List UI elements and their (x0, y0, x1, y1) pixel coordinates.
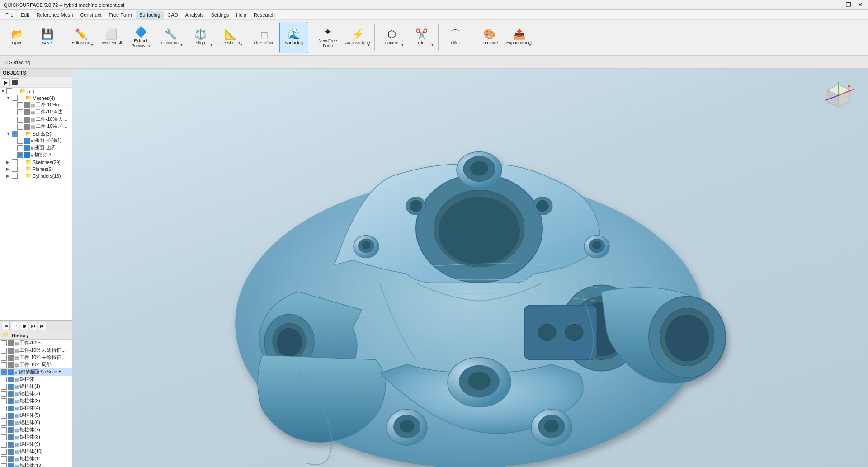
menu-item-cad[interactable]: CAD (164, 11, 181, 19)
tree-checkbox[interactable] (12, 166, 18, 172)
history-checkbox[interactable] (1, 434, 7, 440)
tree-item[interactable]: ▼✓📂Solids(3) (0, 130, 72, 137)
toolbar-btn-export-model[interactable]: 📤Export Model▼ (505, 22, 533, 53)
minimize-button[interactable]: — (832, 1, 841, 8)
tree-checkbox[interactable] (17, 117, 23, 123)
history-checkbox[interactable] (1, 340, 7, 346)
tree-checkbox[interactable] (17, 124, 23, 130)
history-item[interactable]: ▦工件-10% 局部 (0, 361, 72, 368)
history-item[interactable]: ▦矩柱体(5) (0, 412, 72, 419)
history-checkbox[interactable]: ✓ (1, 369, 7, 375)
history-item[interactable]: ✓■智能铺面(3) (Solid B... (0, 368, 72, 376)
tree-item[interactable]: ▦工件-10% (T: 799 8... (0, 101, 72, 108)
history-checkbox[interactable] (1, 449, 7, 455)
toolbar-btn-fit-surface[interactable]: ◻Fit Surface (250, 22, 278, 53)
menu-item-surfacing[interactable]: Surfacing (136, 11, 164, 19)
tree-checkbox[interactable]: ✓ (12, 131, 18, 137)
close-button[interactable]: ✕ (856, 1, 864, 8)
toolbar-btn-open[interactable]: 📂Open (3, 22, 32, 53)
tree-toggle-icon[interactable]: ▼ (6, 96, 12, 100)
history-item[interactable]: ▦矩柱体(7) (0, 426, 72, 434)
window-controls[interactable]: — ❐ ✕ (832, 1, 864, 8)
history-checkbox[interactable] (1, 377, 7, 382)
toolbar-btn-edit-scan[interactable]: ✏️Edit Scan▼ (66, 22, 95, 53)
history-checkbox[interactable] (1, 463, 7, 467)
history-last-btn[interactable]: ⏭ (38, 322, 46, 330)
tree-item[interactable]: ▶📁Planes(6) (0, 165, 72, 172)
tree-item[interactable]: ▦工件-10% 去除特征... (0, 108, 72, 116)
history-record-btn[interactable]: ⏺ (20, 322, 28, 330)
tree-checkbox[interactable] (6, 88, 12, 94)
history-item[interactable]: ▦工件-10% 去除特征... (0, 347, 72, 354)
tree-toggle-icon[interactable]: ▶ (6, 160, 12, 165)
history-checkbox[interactable] (1, 427, 7, 433)
maximize-button[interactable]: ❐ (844, 1, 853, 8)
tree-checkbox[interactable] (17, 138, 23, 144)
history-checkbox[interactable] (1, 348, 7, 354)
toolbar-btn-new-free-form[interactable]: ✦New Free Form (313, 22, 342, 53)
history-item[interactable]: ▦工件-10% (0, 340, 72, 347)
menu-item-free-form[interactable]: Free Form (105, 11, 136, 19)
history-checkbox[interactable] (1, 456, 7, 462)
menu-item-construct[interactable]: Construct (76, 11, 105, 19)
toolbar-btn-pattern[interactable]: ⬡Pattern▼ (377, 22, 406, 53)
tree-item[interactable]: ■曲面-拉伸(1) (0, 137, 72, 144)
history-checkbox[interactable] (1, 391, 7, 397)
history-checkbox[interactable] (1, 362, 7, 368)
toolbar-btn-deselect-all[interactable]: ⬜Deselect All (96, 22, 125, 53)
history-item[interactable]: ▦矩柱体(2) (0, 390, 72, 397)
tree-checkbox[interactable] (12, 159, 18, 165)
menu-item-reference-mesh[interactable]: Reference Mesh (33, 11, 77, 19)
history-undo-btn[interactable]: ↩ (11, 322, 19, 330)
history-checkbox[interactable] (1, 420, 7, 426)
history-checkbox[interactable] (1, 384, 7, 390)
tree-checkbox[interactable] (17, 109, 23, 115)
tree-item[interactable]: ▦工件-10% 局部 (T:... (0, 123, 72, 130)
menu-item-file[interactable]: File (2, 11, 17, 19)
tree-item[interactable]: ■曲面-边界 (0, 144, 72, 151)
tree-checkbox[interactable] (17, 102, 23, 108)
menu-item-help[interactable]: Help (232, 11, 250, 19)
history-item[interactable]: ▦矩柱体(11) (0, 455, 72, 462)
history-checkbox[interactable] (1, 406, 7, 411)
history-item[interactable]: ▦矩柱体(12) (0, 462, 72, 467)
tree-checkbox[interactable]: ✓ (17, 152, 23, 158)
toolbar-btn-fillet[interactable]: ⌒Fillet (441, 22, 470, 53)
tree-checkbox[interactable] (12, 95, 18, 101)
tree-toggle-icon[interactable]: ▶ (6, 174, 12, 178)
history-back-btn[interactable]: ⬅ (2, 322, 10, 330)
tree-toggle-icon[interactable]: ▼ (6, 132, 12, 136)
tree-item[interactable]: ▼📂Meshes(4) (0, 94, 72, 101)
tree-toggle-icon[interactable]: ▼ (1, 89, 6, 94)
toolbar-btn-auto-surface[interactable]: ⚡Auto Surface▼ (343, 22, 372, 53)
history-item[interactable]: ▦矩柱体 (0, 376, 72, 383)
history-first-btn[interactable]: ⏮ (29, 322, 37, 330)
tree-toggle-icon[interactable]: ▶ (6, 167, 12, 171)
tree-item[interactable]: ▦工件-10% 去除特征... (0, 116, 72, 123)
history-item[interactable]: ▦矩柱体(3) (0, 397, 72, 405)
toolbar-btn-surfacing[interactable]: 🌊Surfacing (279, 22, 308, 53)
menu-item-research[interactable]: Research (250, 11, 278, 19)
history-item[interactable]: ▦矩柱体(1) (0, 383, 72, 390)
toolbar-btn-2d-sketch[interactable]: 📐2D Sketch▼ (216, 22, 245, 53)
history-item[interactable]: ▦矩柱体(4) (0, 405, 72, 412)
history-checkbox[interactable] (1, 442, 7, 448)
history-item[interactable]: ▦工件-10% 去除特征... (0, 354, 72, 361)
toolbar-btn-construct[interactable]: 🔧Construct▼ (156, 22, 185, 53)
menu-item-settings[interactable]: Settings (208, 11, 233, 19)
menu-item-analysis[interactable]: Analysis (182, 11, 208, 19)
tree-item[interactable]: ✓■切割(13) (0, 151, 72, 159)
viewport-3d[interactable]: y (72, 69, 868, 467)
toolbar-btn-save[interactable]: 💾Save (33, 22, 61, 53)
objects-tool-play[interactable]: ▶ (2, 78, 10, 86)
history-item[interactable]: ▦矩柱体(8) (0, 434, 72, 441)
history-item[interactable]: ▦矩柱体(10) (0, 448, 72, 455)
tree-item[interactable]: ▶📁Cylinders(13) (0, 172, 72, 179)
toolbar-btn-align[interactable]: ⚖️Align▼ (186, 22, 215, 53)
history-checkbox[interactable] (1, 398, 7, 404)
toolbar-btn-compare[interactable]: 🎨Compare (475, 22, 504, 53)
history-checkbox[interactable] (1, 355, 7, 361)
objects-tool-square[interactable]: ⬛ (11, 78, 19, 86)
toolbar-btn-extract-primitives[interactable]: 🔷Extract Primitives (126, 22, 155, 53)
history-list[interactable]: ▦工件-10%▦工件-10% 去除特征...▦工件-10% 去除特征...▦工件… (0, 340, 72, 467)
